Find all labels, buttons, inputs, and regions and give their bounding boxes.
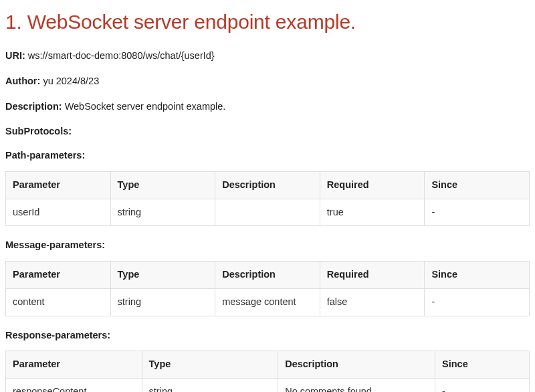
cell-type: string [110,288,215,316]
message-params-table: Parameter Type Description Required Sinc… [5,261,530,316]
author-value: yu 2024/8/23 [43,76,99,86]
col-parameter: Parameter [6,171,111,199]
message-params-label: Message-parameters: [5,238,530,253]
col-type: Type [110,171,215,199]
description-label: Description: [5,101,62,112]
cell-required: true [320,199,425,226]
col-type: Type [110,262,215,289]
description-value: WebSocket server endpoint example. [65,101,226,112]
col-since: Since [425,262,530,289]
response-params-table: Parameter Type Description Since respons… [5,351,530,392]
path-params-label: Path-parameters: [5,149,530,163]
table-row: content string message content false - [6,288,530,316]
uri-field: URI: ws://smart-doc-demo:8080/ws/chat/{u… [5,49,530,64]
cell-type: string [110,199,215,226]
col-type: Type [142,351,278,379]
table-row: responseContent string No comments found… [6,379,530,393]
col-parameter: Parameter [6,351,142,379]
subprotocols-label: SubProtocols: [5,124,530,139]
description-field: Description: WebSocket server endpoint e… [5,100,530,114]
col-required: Required [320,171,425,199]
author-field: Author: yu 2024/8/23 [5,74,530,89]
cell-parameter: content [6,288,111,316]
cell-since: - [425,199,530,226]
cell-description [215,199,320,226]
cell-description: No comments found. [278,379,435,393]
cell-since: - [425,288,530,316]
response-params-label: Response-parameters: [5,328,530,343]
col-description: Description [215,262,320,289]
cell-parameter: responseContent [6,379,142,393]
cell-description: message content [215,288,320,316]
table-row: userId string true - [6,199,530,226]
col-description: Description [215,171,320,199]
cell-since: - [435,379,530,393]
cell-parameter: userId [6,199,111,226]
cell-required: false [320,288,425,316]
col-description: Description [278,351,435,379]
col-required: Required [320,262,425,289]
table-header-row: Parameter Type Description Required Sinc… [6,262,530,289]
col-parameter: Parameter [6,262,111,289]
table-header-row: Parameter Type Description Since [6,351,530,379]
uri-value: ws://smart-doc-demo:8080/ws/chat/{userId… [28,50,215,61]
page-title: 1. WebSocket server endpoint example. [5,7,530,37]
col-since: Since [435,351,530,379]
path-params-table: Parameter Type Description Required Sinc… [5,171,530,227]
cell-type: string [142,379,278,393]
uri-label: URI: [5,50,25,61]
col-since: Since [425,171,530,199]
author-label: Author: [5,76,40,86]
table-header-row: Parameter Type Description Required Sinc… [6,171,530,199]
